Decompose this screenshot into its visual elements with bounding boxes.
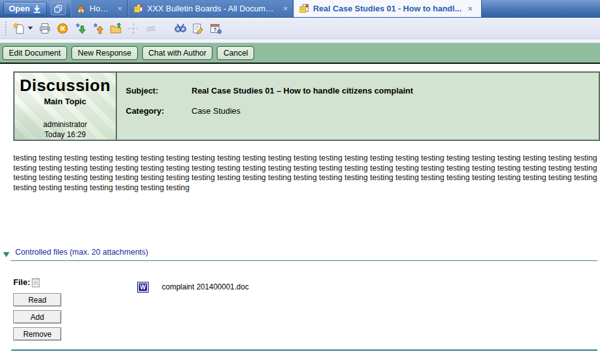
edit-document-button[interactable]: Edit Document	[3, 46, 67, 60]
window-tab-bar: Open Home × XXX Bulletin Boards - All Do…	[0, 0, 600, 18]
new-document-icon	[13, 22, 25, 35]
subject-row: Subject: Real Case Studies 01 – How to h…	[126, 86, 599, 95]
stop-icon	[56, 22, 69, 35]
paste-disabled-icon	[127, 22, 140, 35]
file-field: File:	[13, 277, 137, 288]
file-button-group: Read Add Remove	[13, 293, 137, 341]
new-response-button[interactable]: New Response	[71, 46, 138, 60]
tab-home[interactable]: Home ×	[71, 0, 128, 17]
banner-subtitle: Main Topic	[15, 97, 116, 106]
chat-with-author-button[interactable]: Chat with Author	[142, 46, 213, 60]
word-document-icon[interactable]: W	[137, 282, 149, 293]
bulletin-board-icon	[299, 4, 309, 13]
controlled-files-section-title[interactable]: Controlled files (max. 20 attachments)	[15, 248, 149, 257]
file-controls-column: File: Read Add Remove	[13, 277, 137, 341]
home-icon	[77, 4, 86, 13]
attachment-filename[interactable]: complaint 201400001.doc	[162, 282, 248, 291]
window-stack-icon	[54, 4, 63, 13]
copy-disabled-icon	[145, 22, 157, 35]
open-list-arrow-icon	[33, 4, 41, 13]
section-title-underline: Controlled files (max. 20 attachments)	[11, 246, 597, 261]
section-collapse-twistie-icon[interactable]	[3, 252, 9, 257]
category-row: Category: Case Studies	[126, 106, 599, 116]
new-document-button[interactable]	[12, 21, 26, 35]
window-stack-button[interactable]	[51, 2, 66, 15]
document-body-text: testing testing testing testing testing …	[13, 154, 599, 193]
document-author: administrator	[15, 120, 116, 129]
category-label: Category:	[126, 106, 192, 116]
add-button[interactable]: Add	[13, 310, 61, 324]
header-fields: Subject: Real Case Studies 01 – How to h…	[117, 73, 599, 140]
tab-bulletin-boards-label: XXX Bulletin Boards - All Documents	[147, 4, 277, 13]
subject-value: Real Case Studies 01 – How to handle cit…	[192, 86, 413, 95]
document-timestamp: Today 16:29	[15, 130, 116, 139]
cancel-button[interactable]: Cancel	[217, 46, 254, 60]
svg-text:?: ?	[213, 27, 217, 33]
tab-home-label: Home	[90, 4, 111, 13]
tab-bulletin-boards[interactable]: XXX Bulletin Boards - All Documents ×	[128, 0, 293, 17]
paste-disabled-button[interactable]	[126, 21, 140, 35]
notepad-icon	[32, 277, 40, 288]
navigate-down-icon	[74, 22, 87, 35]
document-header: Discussion Main Topic administrator Toda…	[13, 71, 600, 141]
edit-link-icon	[192, 22, 204, 35]
navigate-up-icon	[92, 22, 104, 35]
open-in-folder-button[interactable]	[109, 21, 123, 35]
controlled-files-section-header: Controlled files (max. 20 attachments)	[3, 246, 600, 261]
subject-label: Subject:	[126, 86, 192, 95]
discussion-banner: Discussion Main Topic administrator Toda…	[15, 73, 117, 140]
open-button[interactable]: Open	[3, 2, 47, 15]
toolbar-drag-handle[interactable]	[5, 21, 7, 35]
tab-bulletin-boards-close-icon[interactable]: ×	[283, 4, 288, 13]
file-label: File:	[13, 277, 30, 287]
action-bar: Edit Document New Response Chat with Aut…	[0, 43, 600, 64]
open-button-label: Open	[9, 4, 30, 13]
stop-button[interactable]	[56, 21, 70, 35]
open-in-folder-icon	[109, 22, 122, 35]
help-icon: ?	[209, 22, 222, 35]
new-document-dropdown-icon[interactable]	[28, 27, 33, 30]
tab-home-close-icon[interactable]: ×	[118, 4, 123, 13]
edit-link-button[interactable]	[191, 21, 205, 35]
toolbar: ?	[0, 18, 600, 39]
read-button[interactable]: Read	[13, 293, 61, 306]
bottom-divider	[11, 349, 597, 351]
tab-real-case-studies[interactable]: Real Case Studies 01 - How to handl... ×	[293, 0, 482, 17]
remove-button[interactable]: Remove	[13, 327, 61, 341]
tab-real-case-studies-label: Real Case Studies 01 - How to handl...	[313, 4, 462, 13]
file-attachment-area: File: Read Add Remove W complaint 201400…	[13, 277, 600, 341]
print-button[interactable]	[38, 21, 52, 35]
search-icon	[174, 22, 187, 35]
print-icon	[39, 22, 51, 35]
bulletin-board-icon	[133, 4, 143, 13]
banner-title: Discussion	[15, 76, 116, 95]
search-button[interactable]	[173, 21, 187, 35]
navigate-up-button[interactable]	[91, 21, 105, 35]
attachment-item: W complaint 201400001.doc	[137, 279, 248, 295]
tab-real-case-studies-close-icon[interactable]: ×	[468, 4, 473, 13]
help-button[interactable]: ?	[209, 21, 223, 35]
navigate-down-button[interactable]	[73, 21, 87, 35]
category-value: Case Studies	[192, 106, 240, 116]
copy-disabled-button[interactable]	[144, 21, 158, 35]
